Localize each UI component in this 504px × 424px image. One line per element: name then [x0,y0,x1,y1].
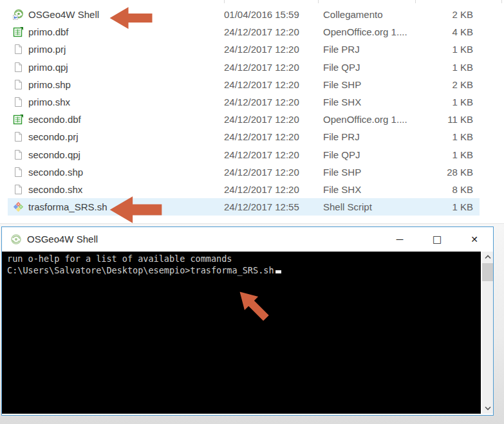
file-name: primo.shx [28,93,221,111]
file-row[interactable]: secondo.dbf 24/12/2017 12:20 OpenOffice.… [8,111,480,128]
file-type: OpenOffice.org 1.... [323,111,420,128]
file-row[interactable]: secondo.prj 24/12/2017 12:20 File PRJ 1 … [8,128,480,145]
maximize-button[interactable]: □ [418,227,456,252]
file-type: File SHP [323,76,420,93]
file-name: secondo.qpj [28,146,221,163]
file-name: primo.qpj [28,59,221,76]
file-name: secondo.prj [28,128,221,145]
blank-file-icon [13,149,24,160]
file-size: 1 KB [412,41,473,58]
file-type: File SHP [323,163,420,181]
terminal-line: run o-help for a list of available comma… [7,253,481,265]
file-row[interactable]: primo.prj 24/12/2017 12:20 File PRJ 1 KB [8,41,480,58]
file-date-modified: 24/12/2017 12:20 [224,93,327,111]
titlebar[interactable]: OSGeo4W Shell — □ ✕ [2,227,493,252]
file-date-modified: 24/12/2017 12:20 [224,163,327,181]
scroll-up-icon[interactable] [482,252,493,263]
file-size: 4 KB [412,23,473,41]
file-size: 11 KB [412,111,473,128]
blank-file-icon [13,44,24,55]
file-row[interactable]: primo.qpj 24/12/2017 12:20 File QPJ 1 KB [8,59,480,76]
osgeo4w-shortcut-icon [13,9,24,20]
file-date-modified: 24/12/2017 12:55 [224,198,327,216]
file-type: Collegamento [323,6,420,23]
blank-file-icon [13,167,24,178]
file-size: 8 KB [412,181,473,198]
file-size: 2 KB [412,76,473,93]
file-row[interactable]: secondo.shp 24/12/2017 12:20 File SHP 28… [8,163,480,181]
file-type: OpenOffice.org 1.... [323,23,420,41]
screenshot-root: OSGeo4W Shell 01/04/2016 15:59 Collegame… [0,0,504,424]
file-row[interactable]: secondo.qpj 24/12/2017 12:20 File QPJ 1 … [8,146,480,163]
file-size: 28 KB [412,163,473,181]
file-date-modified: 24/12/2017 12:20 [224,128,327,145]
file-row[interactable]: OSGeo4W Shell 01/04/2016 15:59 Collegame… [8,6,480,23]
close-button[interactable]: ✕ [456,227,493,252]
window-controls: — □ ✕ [381,227,493,252]
file-size: 1 KB [412,93,473,111]
osgeo4w-icon [10,234,22,245]
file-date-modified: 24/12/2017 12:20 [224,41,327,58]
blank-file-icon [13,62,24,73]
terminal-cursor [275,270,281,273]
file-date-modified: 24/12/2017 12:20 [224,76,327,93]
file-type: File QPJ [323,59,420,76]
file-size: 1 KB [412,128,473,145]
file-date-modified: 24/12/2017 12:20 [224,146,327,163]
file-size: 2 KB [412,6,473,23]
file-row[interactable]: trasforma_SRS.sh 24/12/2017 12:55 Shell … [8,198,480,216]
terminal-output[interactable]: run o-help for a list of available comma… [2,252,481,414]
file-name: secondo.shp [28,163,221,181]
blank-file-icon [13,97,24,107]
file-row[interactable]: primo.shx 24/12/2017 12:20 File SHX 1 KB [8,93,480,111]
blank-file-icon [13,131,24,142]
minimize-button[interactable]: — [381,227,418,252]
file-type: File SHX [323,181,420,198]
file-size: 1 KB [412,198,473,216]
file-type: File PRJ [323,128,420,145]
osgeo4w-shell-window: OSGeo4W Shell — □ ✕ run o-help for a lis… [1,226,494,416]
annotation-arrow-trasforma-file-icon [109,196,162,224]
file-date-modified: 24/12/2017 12:20 [224,59,327,76]
blank-file-icon [13,79,24,90]
file-list: OSGeo4W Shell 01/04/2016 15:59 Collegame… [0,0,504,223]
window-title: OSGeo4W Shell [27,227,98,252]
blank-file-icon [13,184,24,195]
file-type: File PRJ [323,41,420,58]
file-name: secondo.dbf [28,111,221,128]
file-date-modified: 24/12/2017 12:20 [224,23,327,41]
terminal-line: C:\Users\Salvatore\Desktop\esempio>trasf… [7,265,481,277]
file-name: primo.shp [28,76,221,93]
file-row[interactable]: secondo.shx 24/12/2017 12:20 File SHX 8 … [8,181,480,198]
file-type: Shell Script [323,198,420,216]
terminal-lines: run o-help for a list of available comma… [7,253,481,276]
file-date-modified: 24/12/2017 12:20 [224,181,327,198]
scrollbar-thumb[interactable] [482,263,493,281]
file-size: 1 KB [412,59,473,76]
file-name: primo.prj [28,41,221,58]
annotation-arrow-osgeo-shell-icon [109,6,153,30]
file-type: File QPJ [323,146,420,163]
scroll-down-icon[interactable] [482,403,493,414]
file-type: File SHX [323,93,420,111]
calc-document-icon [13,114,24,125]
shell-script-icon [13,201,24,212]
file-row[interactable]: primo.dbf 24/12/2017 12:20 OpenOffice.or… [8,23,480,41]
file-size: 1 KB [412,146,473,163]
vertical-scrollbar[interactable] [482,252,493,414]
file-date-modified: 24/12/2017 12:20 [224,111,327,128]
calc-document-icon [13,26,24,37]
file-row[interactable]: primo.shp 24/12/2017 12:20 File SHP 2 KB [8,76,480,93]
file-date-modified: 01/04/2016 15:59 [224,6,327,23]
